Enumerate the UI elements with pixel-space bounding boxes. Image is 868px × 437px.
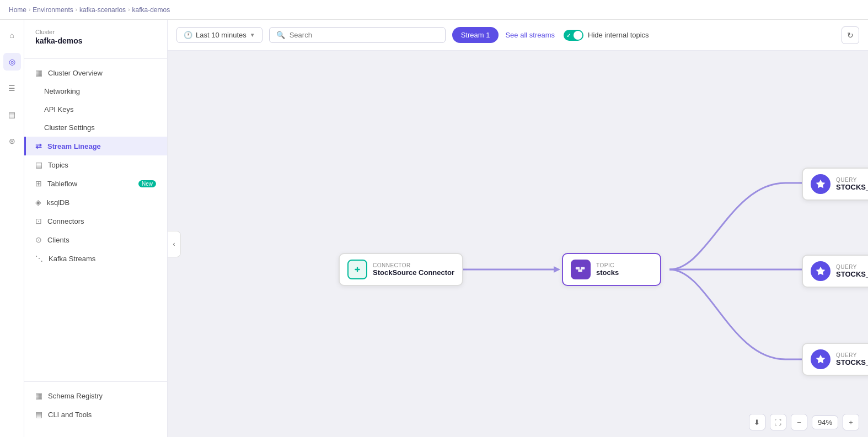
- connectors-label: Connectors: [47, 217, 84, 225]
- breadcrumb: Home › Environments › kafka-scenarios › …: [0, 0, 868, 20]
- topic-node-label: TOPIC: [596, 262, 619, 268]
- see-all-streams-button[interactable]: See all streams: [505, 31, 555, 39]
- svg-rect-9: [576, 267, 580, 269]
- hide-topics-toggle[interactable]: ✓: [564, 30, 583, 41]
- query-node-stocks-under-100[interactable]: QUERY STOCKS_UNDER_100: [802, 168, 868, 201]
- search-box[interactable]: 🔍: [269, 27, 446, 43]
- connector-node-label: CONNECTOR: [373, 262, 454, 268]
- time-label: Last 10 minutes: [196, 31, 247, 39]
- cluster-overview-icon: ▦: [35, 68, 42, 77]
- group-icon-btn[interactable]: ⊛: [3, 132, 21, 150]
- tableflow-badge: New: [138, 180, 156, 187]
- hide-topics-label: Hide internal topics: [588, 31, 649, 39]
- home-icon-btn[interactable]: ⌂: [3, 26, 21, 44]
- tableflow-icon: ⊞: [35, 179, 42, 188]
- cluster-label: Cluster: [24, 29, 167, 36]
- connectors-icon: ⊡: [35, 217, 42, 225]
- toggle-area[interactable]: ✓ Hide internal topics: [564, 30, 649, 41]
- sidebar-item-cluster-settings[interactable]: Cluster Settings: [24, 118, 167, 137]
- icon-sidebar: ⌂ ◎ ☰ ▤ ⊛: [0, 20, 24, 437]
- query-sell-label: QUERY: [836, 264, 868, 270]
- networking-label: Networking: [44, 87, 80, 95]
- kafka-streams-icon: ⋱: [35, 254, 43, 263]
- cluster-name: kafka-demos: [24, 36, 167, 54]
- query-sell-icon: [811, 261, 831, 281]
- settings-icon-btn[interactable]: ◎: [3, 53, 21, 71]
- breadcrumb-kafka-scenarios[interactable]: kafka-scenarios: [79, 6, 126, 14]
- svg-rect-11: [578, 269, 582, 272]
- query-under100-label: QUERY: [836, 177, 868, 183]
- toolbar: 🕐 Last 10 minutes ▼ 🔍 Stream 1 See all s…: [168, 20, 868, 51]
- topics-label: Topics: [48, 161, 68, 169]
- cluster-settings-label: Cluster Settings: [44, 123, 95, 132]
- search-input[interactable]: [290, 31, 438, 39]
- query-buy-name: STOCKS_BUY: [836, 358, 868, 366]
- clients-icon: ⊙: [35, 235, 42, 244]
- query-under100-icon: [811, 174, 831, 194]
- sidebar-item-networking[interactable]: Networking: [24, 82, 167, 100]
- schema-registry-icon: ▦: [35, 391, 42, 400]
- clock-icon: 🕐: [184, 31, 192, 39]
- sidebar-item-clients[interactable]: ⊙ Clients: [24, 230, 167, 249]
- toggle-knob: [574, 31, 582, 40]
- sidebar-item-connectors[interactable]: ⊡ Connectors: [24, 212, 167, 230]
- cli-tools-label: CLI and Tools: [48, 411, 92, 419]
- collapse-panel-button[interactable]: ‹: [168, 231, 181, 257]
- list-icon-btn[interactable]: ☰: [3, 79, 21, 97]
- svg-marker-1: [554, 266, 560, 273]
- refresh-icon: ↻: [847, 31, 854, 40]
- zoom-level-display: 94%: [812, 416, 838, 429]
- sidebar-item-api-keys[interactable]: API Keys: [24, 100, 167, 118]
- topics-icon: ▤: [35, 160, 42, 169]
- sidebar-item-tableflow[interactable]: ⊞ Tableflow New: [24, 174, 167, 193]
- ksqldb-icon: ◈: [35, 198, 41, 207]
- download-button[interactable]: ⬇: [749, 414, 765, 430]
- cluster-overview-label: Cluster Overview: [48, 69, 103, 77]
- table-icon-btn[interactable]: ▤: [3, 106, 21, 123]
- query-sell-name: STOCKS_SELL: [836, 270, 868, 278]
- fullscreen-button[interactable]: ⛶: [770, 414, 786, 430]
- refresh-button[interactable]: ↻: [842, 26, 859, 44]
- query-node-stocks-sell[interactable]: QUERY STOCKS_SELL: [802, 255, 868, 288]
- zoom-in-button[interactable]: +: [843, 414, 859, 430]
- connector-icon: [347, 260, 367, 279]
- tableflow-label: Tableflow: [47, 180, 77, 188]
- sidebar-item-ksqldb[interactable]: ◈ ksqlDB: [24, 193, 167, 212]
- zoom-out-button[interactable]: −: [791, 414, 807, 430]
- api-keys-label: API Keys: [44, 105, 73, 114]
- kafka-streams-label: Kafka Streams: [49, 255, 95, 263]
- topic-icon: [571, 260, 591, 279]
- connector-node[interactable]: CONNECTOR StockSource Connector: [339, 253, 463, 286]
- query-node-stocks-buy[interactable]: QUERY STOCKS_BUY: [802, 343, 868, 376]
- nav-panel: Cluster kafka-demos ▦ Cluster Overview N…: [24, 20, 168, 437]
- clients-label: Clients: [47, 236, 69, 244]
- sidebar-item-schema-registry[interactable]: ▦ Schema Registry: [24, 386, 167, 405]
- breadcrumb-environments[interactable]: Environments: [33, 6, 73, 14]
- breadcrumb-current: kafka-demos: [132, 6, 170, 14]
- query-buy-label: QUERY: [836, 352, 868, 358]
- connector-node-name: StockSource Connector: [373, 268, 454, 277]
- sidebar-item-cluster-overview[interactable]: ▦ Cluster Overview: [24, 63, 167, 82]
- query-under100-name: STOCKS_UNDER_100: [836, 183, 868, 191]
- chevron-down-icon: ▼: [250, 32, 255, 38]
- search-icon: 🔍: [276, 31, 285, 39]
- svg-rect-10: [581, 267, 585, 269]
- schema-registry-label: Schema Registry: [48, 392, 103, 400]
- sidebar-item-kafka-streams[interactable]: ⋱ Kafka Streams: [24, 249, 167, 268]
- flow-canvas: ‹: [168, 51, 868, 437]
- stream-lineage-icon: ⇄: [35, 142, 42, 150]
- sidebar-item-cli-tools[interactable]: ▤ CLI and Tools: [24, 405, 167, 424]
- time-selector[interactable]: 🕐 Last 10 minutes ▼: [176, 27, 262, 43]
- topic-node-name: stocks: [596, 268, 619, 277]
- zoom-controls: ⬇ ⛶ − 94% +: [749, 414, 859, 430]
- flow-lines: [168, 51, 868, 437]
- sidebar-item-stream-lineage[interactable]: ⇄ Stream Lineage: [24, 137, 167, 155]
- topic-node[interactable]: TOPIC stocks: [562, 253, 661, 286]
- ksqldb-label: ksqlDB: [47, 198, 69, 207]
- stream-lineage-label: Stream Lineage: [47, 142, 101, 150]
- query-buy-icon: [811, 349, 831, 369]
- sidebar-item-topics[interactable]: ▤ Topics: [24, 155, 167, 174]
- stream-button[interactable]: Stream 1: [452, 27, 499, 43]
- cli-tools-icon: ▤: [35, 410, 42, 419]
- breadcrumb-home[interactable]: Home: [9, 6, 26, 14]
